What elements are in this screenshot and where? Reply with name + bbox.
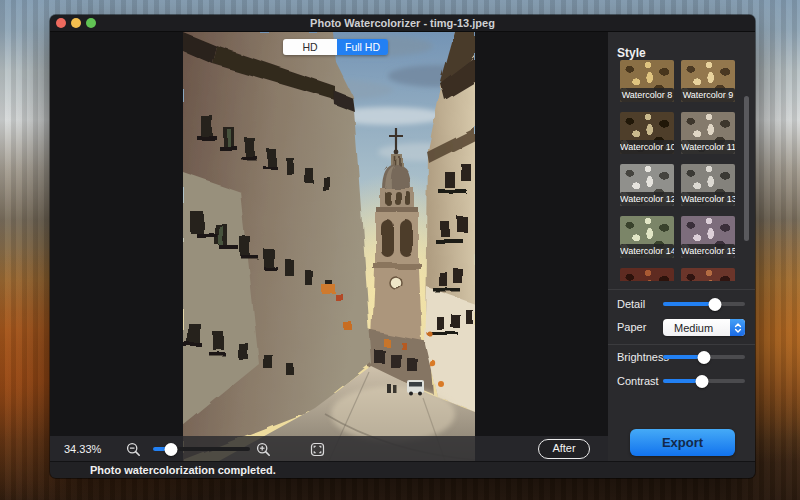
style-thumbnail-watercolor-13[interactable]: Watercolor 13 [681, 164, 735, 206]
window-title: Photo Watercolorizer - timg-13.jpeg [50, 15, 755, 31]
canvas-area: HD Full HD 34.33% [50, 32, 608, 461]
brightness-slider[interactable] [663, 350, 745, 364]
detail-slider-fill [663, 302, 715, 306]
contrast-slider-knob[interactable] [695, 375, 708, 388]
zoom-window-button[interactable] [86, 18, 96, 28]
style-thumbnail-partial[interactable] [681, 268, 735, 281]
style-section-header: Style [617, 46, 646, 60]
paper-select-value: Medium [663, 322, 730, 334]
style-label: Watercolor 9 [681, 88, 735, 102]
photo-canvas [183, 32, 475, 461]
detail-slider-knob[interactable] [708, 298, 721, 311]
style-label: Watercolor 10 [620, 140, 674, 154]
style-thumbnail-watercolor-12[interactable]: Watercolor 12 [620, 164, 674, 206]
fit-to-screen-icon[interactable] [310, 442, 325, 457]
style-list: Watercolor 8 Watercolor 9 Watercolor 10 … [620, 60, 742, 281]
style-thumbnail-watercolor-8[interactable]: Watercolor 8 [620, 60, 674, 102]
style-label: Watercolor 8 [620, 88, 674, 102]
select-stepper-icon [730, 319, 745, 336]
style-label: Watercolor 11 [681, 140, 735, 154]
zoom-slider-knob[interactable] [165, 443, 178, 456]
brightness-label: Brightness [617, 351, 669, 363]
style-thumbnail-watercolor-9[interactable]: Watercolor 9 [681, 60, 735, 102]
detail-slider[interactable] [663, 297, 745, 311]
close-button[interactable] [56, 18, 66, 28]
zoom-out-icon[interactable] [126, 442, 141, 457]
divider [608, 344, 755, 345]
resolution-toggle: HD Full HD [283, 39, 388, 55]
style-label: Watercolor 14 [620, 244, 674, 258]
app-window: Photo Watercolorizer - timg-13.jpeg [50, 15, 755, 478]
style-thumbnail-partial[interactable] [620, 268, 674, 281]
paper-select[interactable]: Medium [663, 319, 745, 336]
desktop-wallpaper: Photo Watercolorizer - timg-13.jpeg [0, 0, 800, 500]
status-message: Photo watercolorization completed. [50, 462, 755, 478]
zoom-in-icon[interactable] [256, 442, 271, 457]
export-button[interactable]: Export [630, 429, 735, 456]
zoom-toolbar: 34.33% [50, 436, 608, 462]
zoom-level: 34.33% [64, 436, 101, 462]
style-label: Watercolor 15 [681, 244, 735, 258]
divider [608, 289, 755, 290]
paper-label: Paper [617, 321, 646, 333]
style-thumbnail-watercolor-14[interactable]: Watercolor 14 [620, 216, 674, 258]
style-label: Watercolor 13 [681, 192, 735, 206]
titlebar: Photo Watercolorizer - timg-13.jpeg [50, 15, 755, 32]
style-list-scrollbar[interactable] [744, 96, 749, 241]
toggle-hd[interactable]: HD [283, 39, 337, 55]
style-label: Watercolor 12 [620, 192, 674, 206]
toggle-full-hd[interactable]: Full HD [337, 39, 388, 55]
watercolor-image [183, 32, 475, 461]
style-thumbnail-watercolor-11[interactable]: Watercolor 11 [681, 112, 735, 154]
sidebar: Style Watercolor 8 Watercolor 9 Watercol… [608, 32, 755, 461]
style-thumbnail-watercolor-15[interactable]: Watercolor 15 [681, 216, 735, 258]
after-button[interactable]: After [538, 439, 590, 459]
minimize-button[interactable] [71, 18, 81, 28]
zoom-slider[interactable] [153, 442, 250, 456]
style-thumbnail-watercolor-10[interactable]: Watercolor 10 [620, 112, 674, 154]
brightness-slider-knob[interactable] [698, 351, 711, 364]
contrast-slider[interactable] [663, 374, 745, 388]
statusbar: Photo watercolorization completed. [50, 461, 755, 478]
detail-label: Detail [617, 298, 645, 310]
contrast-label: Contrast [617, 375, 659, 387]
